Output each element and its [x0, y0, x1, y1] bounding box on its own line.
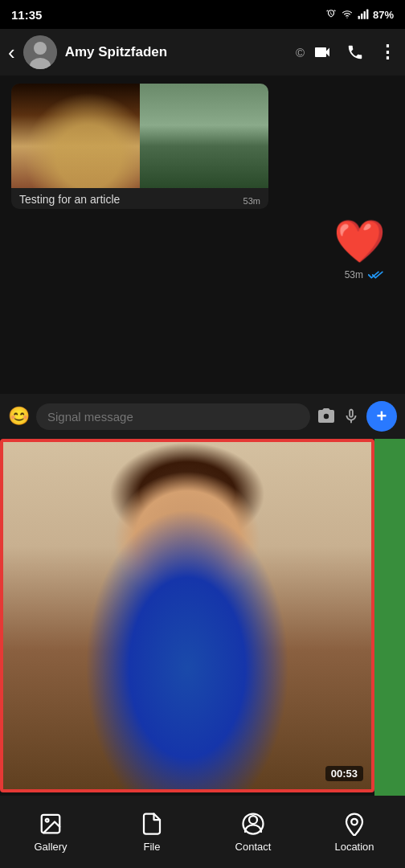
contact-name: Amy Spitzfaden: [65, 44, 292, 60]
verified-icon: ©: [296, 46, 305, 59]
svg-rect-2: [364, 11, 366, 19]
read-receipts: [368, 269, 384, 280]
video-preview[interactable]: 00:53: [0, 439, 374, 792]
status-bar: 11:35 87%: [0, 0, 405, 29]
mic-button[interactable]: [342, 407, 360, 425]
input-bar: 😊 +: [0, 394, 405, 439]
gallery-icon: [39, 812, 63, 836]
signal-icon: [358, 9, 369, 20]
camera-button[interactable]: [317, 407, 336, 426]
heart-reaction: ❤️: [11, 217, 394, 266]
contact-icon: [241, 812, 265, 836]
file-button[interactable]: File: [101, 812, 202, 853]
next-item-strip: [374, 439, 405, 796]
file-icon: [140, 812, 164, 836]
media-message: Testing for an article 53m: [11, 84, 268, 209]
svg-rect-0: [358, 16, 360, 19]
heart-time-row: 53m: [11, 269, 394, 280]
avatar: [23, 35, 57, 69]
svg-point-9: [249, 816, 257, 824]
gallery-button[interactable]: Gallery: [0, 812, 101, 853]
svg-point-8: [46, 818, 49, 821]
gallery-label: Gallery: [34, 841, 67, 853]
image-left: [11, 84, 140, 188]
battery-text: 87%: [373, 9, 394, 21]
message-input[interactable]: [36, 403, 310, 430]
location-icon: [342, 812, 366, 836]
double-check-icon: [368, 269, 384, 280]
location-label: Location: [334, 841, 374, 853]
status-time: 11:35: [11, 8, 42, 22]
emoji-button[interactable]: 😊: [8, 406, 30, 427]
message-time: 53m: [243, 196, 260, 206]
message-caption-row: Testing for an article 53m: [11, 188, 268, 209]
header: ‹ Amy Spitzfaden © ⋮: [0, 29, 405, 76]
video-duration: 00:53: [325, 766, 363, 781]
alarm-icon: [325, 9, 337, 20]
screen: 11:35 87% ‹ Amy Spitzfaden ©: [0, 0, 405, 868]
location-button[interactable]: Location: [304, 812, 405, 853]
header-actions: ⋮: [313, 42, 397, 63]
svg-rect-1: [361, 14, 362, 19]
status-icons: 87%: [325, 9, 394, 21]
contact-button[interactable]: Contact: [202, 812, 304, 853]
contact-label: Contact: [235, 841, 272, 853]
phone-call-button[interactable]: [346, 43, 364, 61]
image-right: [140, 84, 268, 188]
message-caption-text: Testing for an article: [19, 193, 120, 206]
video-call-button[interactable]: [313, 43, 332, 62]
chat-area: Testing for an article 53m ❤️ 53m: [0, 76, 405, 394]
avatar-image: [23, 35, 57, 69]
video-frame: [3, 442, 371, 789]
more-button[interactable]: ⋮: [378, 42, 397, 63]
wifi-icon: [341, 9, 354, 20]
reaction-time: 53m: [345, 269, 363, 280]
attach-button[interactable]: +: [366, 401, 397, 432]
video-preview-area: 00:53: [0, 439, 405, 796]
heart-emoji: ❤️: [333, 217, 386, 266]
bottom-actions-bar: Gallery File Contact Location: [0, 796, 405, 868]
back-button[interactable]: ‹: [8, 40, 15, 65]
svg-rect-3: [366, 10, 368, 19]
video-content: [3, 442, 371, 789]
message-images: [11, 84, 268, 188]
file-label: File: [144, 841, 161, 853]
svg-point-11: [351, 818, 358, 825]
svg-point-5: [34, 42, 47, 55]
